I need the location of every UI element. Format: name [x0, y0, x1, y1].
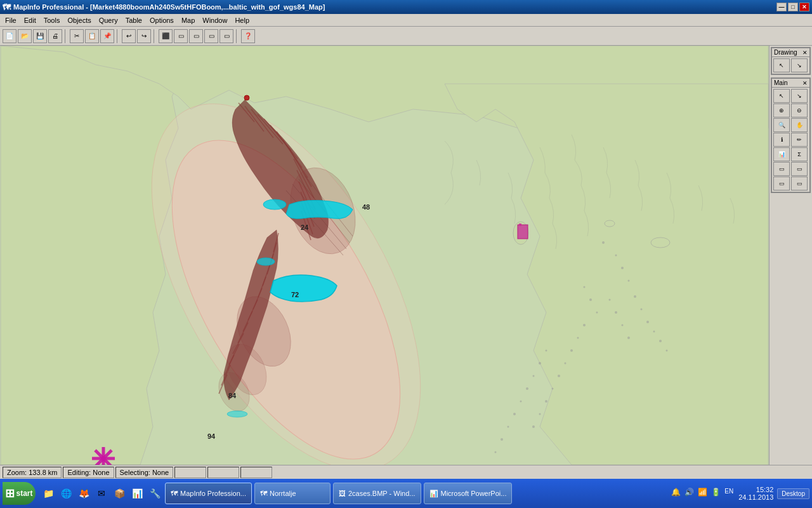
taskbar-icon-misc1[interactable]: 📦 [112, 486, 127, 501]
main-close-button[interactable]: ✕ [802, 80, 808, 86]
menu-options[interactable]: Options [146, 15, 178, 25]
svg-point-83 [520, 401, 522, 403]
taskbar-app-powerpoint[interactable]: 📊 Microsoft PowerPoi... [424, 483, 513, 504]
selecting-text: Selecting: None [120, 469, 169, 476]
tray-icon-battery[interactable]: 🔋 [710, 488, 721, 499]
main-tool-pan[interactable]: ✋ [791, 118, 808, 132]
tool1[interactable]: ⬛ [159, 29, 173, 43]
menu-tools[interactable]: Tools [40, 15, 64, 25]
redo-btn[interactable]: ↪ [137, 29, 151, 43]
main-tool-rect2[interactable]: ▭ [791, 162, 808, 176]
drawing-panel-title: Drawing ✕ [772, 48, 809, 57]
menu-file[interactable]: File [1, 15, 20, 25]
tray-icon-network[interactable]: 📶 [697, 488, 708, 499]
drawing-panel: Drawing ✕ ↖ ↘ [771, 47, 811, 75]
tool2[interactable]: ▭ [174, 29, 188, 43]
svg-point-81 [533, 375, 535, 377]
menu-edit[interactable]: Edit [20, 15, 40, 25]
svg-point-57 [634, 295, 636, 298]
svg-point-63 [609, 299, 611, 301]
main-tool-rect1[interactable]: ▭ [773, 162, 790, 176]
svg-line-18 [301, 192, 314, 227]
main-tool-select2[interactable]: ↘ [791, 89, 808, 103]
menu-help[interactable]: Help [231, 15, 253, 25]
show-desktop-button[interactable]: Desktop [777, 488, 809, 499]
menu-query[interactable]: Query [95, 15, 122, 25]
tray-icon-lang[interactable]: EN [723, 488, 735, 499]
tool5[interactable]: ▭ [219, 29, 233, 43]
svg-line-30 [233, 333, 244, 354]
print-btn[interactable]: 🖨 [48, 29, 62, 43]
taskbar-app-mapinfo[interactable]: 🗺 MapInfo Profession... [165, 483, 252, 504]
svg-line-38 [292, 184, 346, 249]
new-btn[interactable]: 📄 [3, 29, 16, 43]
main-tool-zoom-box[interactable]: 🔍 [773, 118, 790, 132]
taskbar-icon-ie[interactable]: 🌐 [58, 486, 74, 501]
menu-table[interactable]: Table [122, 15, 146, 25]
extra-status3 [240, 467, 272, 478]
main-tool-chart[interactable]: 📊 [773, 147, 790, 161]
main-tool-zoom-in[interactable]: ⊕ [773, 104, 790, 117]
svg-line-36 [299, 179, 350, 243]
label-48: 48 [362, 203, 370, 211]
open-btn[interactable]: 📂 [18, 29, 32, 43]
cut-btn[interactable]: ✂ [70, 29, 84, 43]
paste-btn[interactable]: 📌 [100, 29, 114, 43]
main-tool-info[interactable]: ℹ [773, 133, 790, 147]
svg-line-19 [301, 202, 313, 234]
main-tool-zoom-out[interactable]: ⊖ [791, 104, 808, 117]
menu-window[interactable]: Window [199, 15, 231, 25]
svg-line-15 [294, 159, 314, 198]
taskbar-icon-misc2[interactable]: 📊 [129, 486, 145, 501]
tool4[interactable]: ▭ [204, 29, 218, 43]
svg-line-7 [245, 106, 264, 131]
svg-point-41 [219, 338, 274, 401]
svg-line-37 [305, 176, 353, 236]
svg-line-26 [253, 288, 262, 309]
copy-btn[interactable]: 📋 [85, 29, 99, 43]
help-btn[interactable]: ❓ [241, 29, 255, 43]
main-tool-select[interactable]: ↖ [773, 89, 790, 103]
svg-point-80 [539, 362, 541, 364]
menu-map[interactable]: Map [178, 15, 199, 25]
undo-btn[interactable]: ↩ [122, 29, 136, 43]
tray-icon-1[interactable]: 🔔 [670, 488, 681, 499]
taskbar-app-norrtalje[interactable]: 🗺 Norrtalje [254, 483, 331, 504]
taskbar-icon-mail[interactable]: ✉ [94, 486, 109, 501]
taskbar-icon-misc3[interactable]: 🔧 [147, 486, 162, 501]
taskbar-icon-folder[interactable]: 📁 [41, 486, 56, 501]
window-title: MapInfo Professional - [Market4880boomAh… [13, 3, 325, 11]
taskbar-icon-firefox[interactable]: 🦊 [76, 486, 91, 501]
drawing-tool-arrow[interactable]: ↖ [773, 58, 790, 72]
svg-point-35 [279, 159, 367, 263]
taskbar-app-bmp[interactable]: 🖼 2cases.BMP - Wind... [333, 483, 421, 504]
svg-line-14 [289, 149, 311, 187]
clock: 15:32 24.11.2013 [738, 486, 773, 501]
maximize-button[interactable]: □ [788, 3, 798, 11]
tray-icon-2[interactable]: 🔊 [683, 488, 695, 499]
main-tool-rect4[interactable]: ▭ [791, 177, 808, 190]
main-tool-sum[interactable]: Σ [791, 147, 808, 161]
map-canvas[interactable]: 48 24 72 84 94 [0, 46, 769, 465]
app-icon: 🗺 [3, 3, 11, 12]
minimize-button[interactable]: — [776, 3, 787, 11]
label-94: 94 [207, 432, 215, 440]
svg-point-79 [546, 350, 547, 352]
taskbar-app-label-mapinfo: MapInfo Profession... [180, 490, 246, 497]
menu-objects[interactable]: Objects [63, 15, 95, 25]
main-tool-edit[interactable]: ✏ [791, 133, 808, 147]
svg-line-27 [248, 300, 258, 320]
main-tool-rect3[interactable]: ▭ [773, 177, 790, 190]
save-btn[interactable]: 💾 [33, 29, 47, 43]
svg-point-52 [244, 95, 249, 100]
svg-point-5 [96, 60, 475, 465]
zoom-text: Zoom: 133.8 km [7, 469, 57, 476]
start-label: start [16, 489, 32, 498]
drawing-close-button[interactable]: ✕ [802, 50, 808, 56]
svg-rect-3 [1, 46, 768, 465]
tool3[interactable]: ▭ [189, 29, 203, 43]
drawing-tool-select[interactable]: ↘ [791, 58, 808, 72]
start-button[interactable]: ⊞ start [3, 482, 36, 505]
close-button[interactable]: ✕ [799, 3, 809, 11]
svg-point-56 [628, 280, 630, 282]
